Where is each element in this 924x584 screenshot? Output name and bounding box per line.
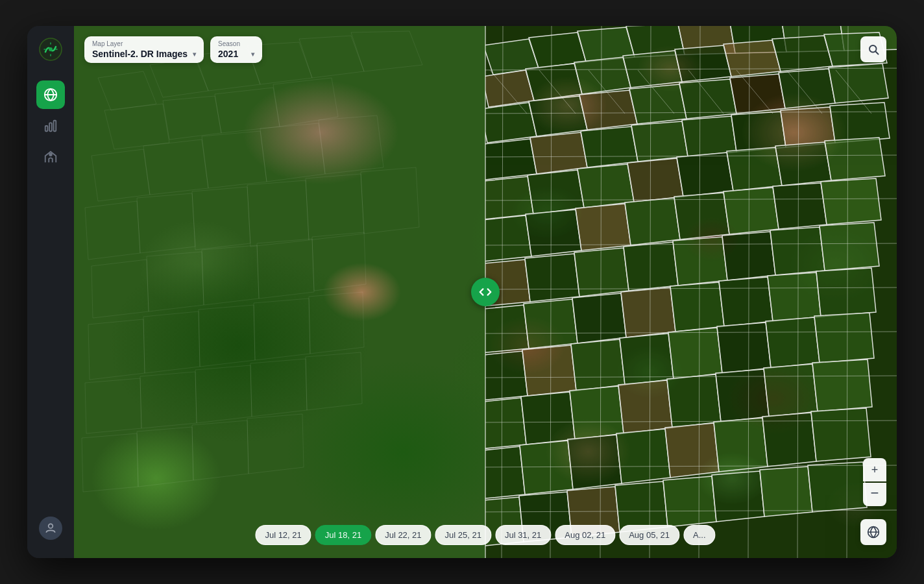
user-avatar[interactable] (39, 517, 62, 540)
app-logo[interactable] (38, 36, 64, 62)
svg-rect-3 (45, 126, 48, 131)
map-controls-top: Map Layer Sentinel-2. DR Images ▾ Season… (84, 36, 262, 63)
search-button[interactable] (860, 36, 886, 62)
left-field-grid (74, 26, 485, 558)
zoom-in-button[interactable]: + (863, 458, 886, 481)
map-right-panel (485, 26, 897, 558)
app-container: Map Layer Sentinel-2. DR Images ▾ Season… (27, 26, 897, 558)
split-handle[interactable] (471, 278, 500, 306)
globe-button[interactable] (860, 519, 886, 545)
sidebar-bottom (39, 517, 62, 548)
svg-rect-4 (49, 123, 52, 131)
zoom-controls: + − (863, 458, 886, 506)
sidebar-item-farms[interactable] (36, 143, 65, 171)
date-chip-5[interactable]: Aug 02, 21 (555, 525, 615, 545)
map-layer-label: Map Layer (92, 40, 196, 47)
svg-line-28 (876, 52, 879, 55)
sidebar-item-map[interactable] (36, 80, 65, 109)
date-chip-1[interactable]: Jul 18, 21 (315, 525, 371, 545)
sidebar-item-analytics[interactable] (36, 112, 65, 140)
map-layer-dropdown[interactable]: Map Layer Sentinel-2. DR Images ▾ (84, 36, 204, 63)
sidebar (27, 26, 74, 558)
svg-point-7 (49, 524, 53, 528)
map-layer-value: Sentinel-2. DR Images ▾ (92, 49, 196, 59)
date-chip-6[interactable]: Aug 05, 21 (619, 525, 679, 545)
season-chevron-icon: ▾ (251, 51, 254, 58)
date-chip-4[interactable]: Jul 31, 21 (495, 525, 551, 545)
date-chip-2[interactable]: Jul 22, 21 (375, 525, 431, 545)
map-area: Map Layer Sentinel-2. DR Images ▾ Season… (74, 26, 897, 558)
date-chip-3[interactable]: Jul 25, 21 (435, 525, 491, 545)
map-split: Map Layer Sentinel-2. DR Images ▾ Season… (74, 26, 897, 558)
map-left-panel (74, 26, 485, 558)
season-dropdown[interactable]: Season 2021 ▾ (210, 36, 262, 63)
svg-point-1 (49, 47, 53, 51)
svg-point-6 (49, 154, 52, 156)
svg-rect-5 (54, 121, 56, 132)
zoom-out-button[interactable]: − (863, 483, 886, 506)
layer-chevron-icon: ▾ (193, 51, 196, 58)
date-chip-0[interactable]: Jul 12, 21 (255, 525, 311, 545)
season-label: Season (218, 40, 254, 47)
sidebar-nav (36, 80, 65, 511)
season-value: 2021 ▾ (218, 49, 254, 59)
date-chip-7[interactable]: A... (683, 525, 716, 545)
right-field-overlay (485, 26, 897, 558)
svg-point-27 (869, 45, 877, 53)
